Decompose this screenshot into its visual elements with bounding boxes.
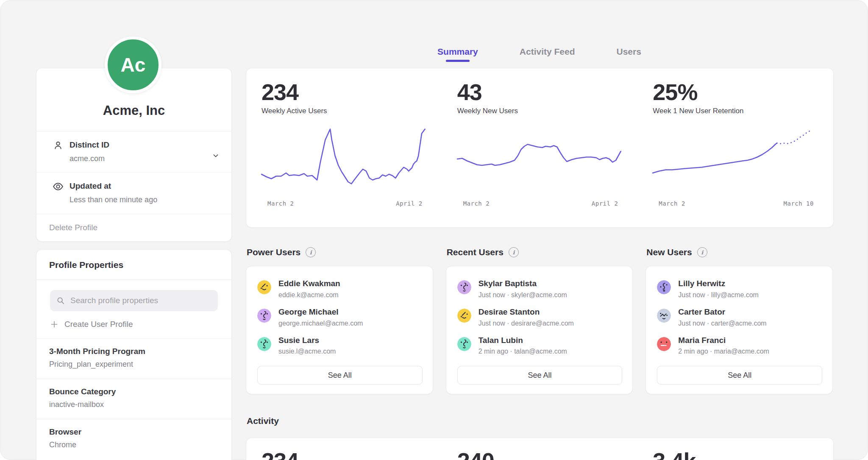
x-axis-labels: March 2 April 2 bbox=[262, 191, 425, 207]
activity-stat: 234 bbox=[246, 438, 442, 460]
stat-value: 234 bbox=[262, 449, 425, 460]
user-avatar bbox=[457, 309, 471, 323]
property-row: Browser Chrome bbox=[36, 419, 231, 459]
user-detail: 2 min ago · maria@acme.com bbox=[678, 348, 769, 355]
user-name: Susie Lars bbox=[278, 336, 336, 346]
tab-summary[interactable]: Summary bbox=[437, 47, 478, 62]
updated-at-row: Updated at Less than one minute ago bbox=[36, 173, 231, 213]
user-name: Lilly Herwitz bbox=[678, 279, 759, 289]
x-axis-label: March 10 bbox=[784, 200, 814, 207]
user-detail: Just now · carter@acme.com bbox=[678, 320, 766, 327]
user-avatar bbox=[657, 337, 671, 351]
see-all-button[interactable]: See All bbox=[457, 366, 623, 385]
section-title: New Users bbox=[646, 247, 692, 257]
section-title: Power Users bbox=[247, 247, 300, 257]
user-detail: susie.l@acme.com bbox=[278, 348, 336, 355]
distinct-id-row: Distinct ID acme.com bbox=[36, 131, 231, 172]
activity-stat: 3.4k bbox=[637, 438, 833, 460]
line-chart bbox=[653, 127, 816, 191]
search-input[interactable] bbox=[70, 296, 212, 306]
user-detail: Just now · desirare@acme.com bbox=[479, 320, 574, 327]
user-sections: Power Users i Eddie Kwakman eddie.k@acme… bbox=[246, 247, 833, 394]
chevron-down-icon[interactable] bbox=[211, 151, 220, 160]
info-icon[interactable]: i bbox=[306, 247, 316, 257]
user-name: Eddie Kwakman bbox=[278, 279, 340, 289]
plus-icon bbox=[50, 320, 58, 329]
list-item[interactable]: Maria Franci 2 min ago · maria@acme.com bbox=[657, 336, 822, 356]
stat-value: 3.4k bbox=[653, 449, 816, 460]
recent-users-section: Recent Users i Skylar Baptista Just now … bbox=[446, 247, 633, 394]
user-name: Maria Franci bbox=[678, 336, 769, 346]
info-icon[interactable]: i bbox=[697, 247, 707, 257]
property-value: inactive-mailbox bbox=[49, 400, 219, 409]
line-chart bbox=[457, 127, 621, 191]
list-item[interactable]: Carter Bator Just now · carter@acme.com bbox=[657, 307, 822, 327]
info-icon[interactable]: i bbox=[509, 247, 519, 257]
tab-users[interactable]: Users bbox=[617, 47, 641, 62]
x-axis-label: April 2 bbox=[592, 200, 618, 207]
property-label: 3-Month Pricing Program bbox=[49, 347, 219, 356]
user-avatar bbox=[257, 280, 271, 294]
app-canvas: Ac Acme, Inc Distinct ID acme.com Update… bbox=[0, 0, 868, 460]
stat-label: Week 1 New User Retention bbox=[653, 107, 816, 115]
user-name: Carter Bator bbox=[678, 307, 766, 317]
profile-properties-title: Profile Properties bbox=[36, 250, 231, 279]
tab-bar: Summary Activity Feed Users bbox=[246, 47, 833, 62]
recent-users-card: Skylar Baptista Just now · skyler@acme.c… bbox=[446, 266, 633, 394]
user-detail: george.michael@acme.com bbox=[278, 320, 363, 327]
field-label: Distinct ID bbox=[70, 139, 220, 151]
x-axis-label: March 2 bbox=[659, 200, 685, 207]
recent-users-header: Recent Users i bbox=[446, 247, 633, 257]
search-icon bbox=[56, 296, 65, 305]
company-avatar: Ac bbox=[105, 36, 161, 93]
section-title: Recent Users bbox=[447, 247, 504, 257]
list-item[interactable]: Skylar Baptista Just now · skyler@acme.c… bbox=[457, 279, 623, 299]
x-axis-labels: March 2 April 2 bbox=[457, 191, 621, 207]
power-users-section: Power Users i Eddie Kwakman eddie.k@acme… bbox=[246, 247, 433, 394]
activity-title: Activity bbox=[247, 416, 279, 426]
list-item[interactable]: Desirae Stanton Just now · desirare@acme… bbox=[457, 307, 623, 327]
create-user-profile-button[interactable]: Create User Profile bbox=[50, 320, 218, 329]
delete-profile-button[interactable]: Delete Profile bbox=[36, 214, 231, 241]
see-all-button[interactable]: See All bbox=[257, 366, 423, 385]
tab-activity-feed[interactable]: Activity Feed bbox=[520, 47, 575, 62]
user-avatar bbox=[657, 309, 671, 323]
list-item[interactable]: Susie Lars susie.l@acme.com bbox=[257, 336, 423, 356]
field-label: Updated at bbox=[70, 181, 220, 192]
property-row: 3-Month Pricing Program Pricing_plan_exp… bbox=[36, 339, 231, 379]
line-chart bbox=[262, 127, 425, 191]
user-avatar bbox=[457, 337, 471, 351]
user-name: Skylar Baptista bbox=[479, 279, 567, 289]
property-label: Browser bbox=[49, 427, 219, 437]
field-value: Less than one minute ago bbox=[70, 195, 220, 205]
divider bbox=[36, 279, 231, 280]
property-value: Chrome bbox=[49, 440, 219, 449]
profile-properties-search[interactable] bbox=[50, 290, 218, 311]
stat-value: 25% bbox=[653, 80, 816, 104]
user-avatar bbox=[657, 280, 671, 294]
user-name: Talan Lubin bbox=[479, 336, 567, 346]
person-icon bbox=[53, 140, 64, 151]
week1-retention-chart bbox=[653, 127, 816, 191]
profile-properties-card: Profile Properties Create User Profile 3… bbox=[36, 249, 232, 460]
user-avatar bbox=[257, 337, 271, 351]
list-item[interactable]: Eddie Kwakman eddie.k@acme.com bbox=[257, 279, 423, 299]
list-item[interactable]: Talan Lubin 2 min ago · talan@acme.com bbox=[457, 336, 623, 356]
activity-card: 234 240 3.4k bbox=[246, 438, 834, 460]
stat-week1-retention: 25% Week 1 New User Retention March 2 Ma… bbox=[637, 68, 833, 227]
x-axis-label: March 2 bbox=[267, 200, 294, 207]
new-users-card: Lilly Herwitz Just now · lilly@acme.com … bbox=[645, 266, 833, 394]
stat-label: Weekly New Users bbox=[457, 107, 621, 115]
stat-value: 234 bbox=[262, 80, 425, 104]
user-name: George Michael bbox=[278, 307, 363, 317]
profile-summary-card: Acme, Inc Distinct ID acme.com Updated a… bbox=[36, 68, 232, 242]
list-item[interactable]: Lilly Herwitz Just now · lilly@acme.com bbox=[657, 279, 822, 299]
stat-weekly-active-users: 234 Weekly Active Users March 2 April 2 bbox=[246, 68, 442, 227]
list-item[interactable]: George Michael george.michael@acme.com bbox=[257, 307, 423, 327]
field-value: acme.com bbox=[70, 154, 220, 164]
eye-icon bbox=[53, 181, 64, 192]
user-detail: Just now · skyler@acme.com bbox=[479, 291, 567, 299]
stat-value: 43 bbox=[457, 80, 621, 104]
power-users-header: Power Users i bbox=[246, 247, 433, 257]
see-all-button[interactable]: See All bbox=[657, 366, 822, 385]
